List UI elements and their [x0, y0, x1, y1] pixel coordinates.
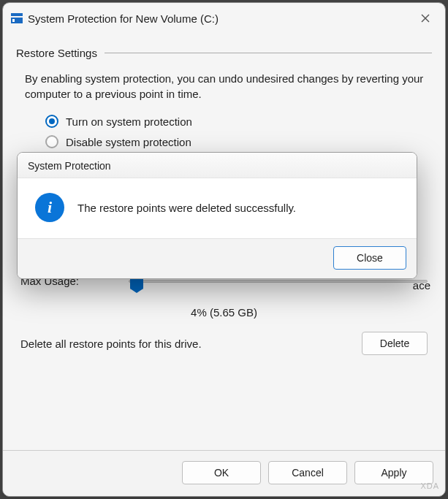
- info-icon: i: [35, 193, 64, 222]
- restore-settings-description: By enabling system protection, you can u…: [25, 71, 425, 102]
- protection-radio-group: Turn on system protection Disable system…: [45, 115, 432, 156]
- restore-settings-header: Restore Settings: [16, 47, 432, 59]
- radio-icon: [45, 115, 58, 128]
- window-title: System Protection for New Volume (C:): [23, 12, 413, 25]
- modal-body: i The restore points were deleted succes…: [18, 178, 417, 238]
- radio-label: Disable system protection: [66, 136, 191, 148]
- radio-label: Turn on system protection: [66, 115, 192, 128]
- delete-button[interactable]: Delete: [362, 332, 428, 355]
- cancel-button[interactable]: Cancel: [268, 461, 347, 484]
- titlebar: System Protection for New Volume (C:): [3, 3, 445, 34]
- dialog-footer: OK Cancel Apply: [3, 450, 445, 496]
- watermark: XDA: [420, 481, 439, 490]
- max-usage-slider-wrap: [129, 280, 428, 283]
- modal-message: The restore points were deleted successf…: [77, 202, 296, 214]
- modal-close-button[interactable]: Close: [333, 246, 406, 270]
- max-usage-caption: 4% (5.65 GB): [20, 306, 428, 319]
- ok-button[interactable]: OK: [182, 461, 261, 484]
- delete-description: Delete all restore points for this drive…: [20, 338, 353, 350]
- radio-turn-on[interactable]: Turn on system protection: [45, 115, 432, 128]
- system-protection-window: System Protection for New Volume (C:) Re…: [2, 2, 446, 497]
- modal-title: System Protection: [18, 153, 417, 178]
- window-close-button[interactable]: [413, 8, 438, 28]
- max-usage-slider[interactable]: [129, 280, 428, 283]
- confirmation-dialog: System Protection i The restore points w…: [17, 152, 417, 279]
- svg-rect-0: [11, 13, 23, 16]
- radio-disable[interactable]: Disable system protection: [45, 135, 432, 148]
- restore-settings-label: Restore Settings: [16, 47, 97, 59]
- delete-row: Delete all restore points for this drive…: [20, 332, 428, 355]
- svg-rect-2: [12, 19, 15, 22]
- modal-footer: Close: [18, 238, 417, 278]
- divider: [105, 53, 432, 53]
- radio-icon: [45, 135, 58, 148]
- app-icon: [10, 12, 23, 25]
